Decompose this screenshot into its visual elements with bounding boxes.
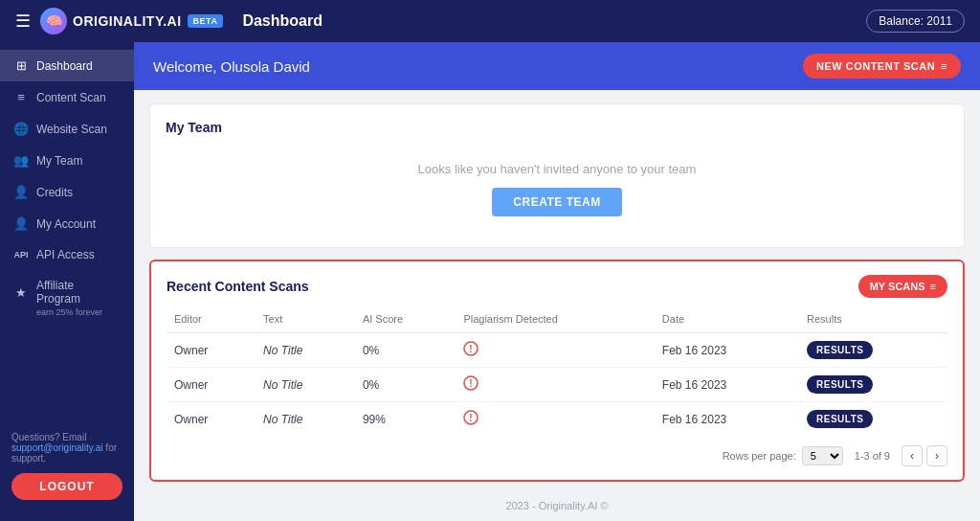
sidebar-item-label: Dashboard: [36, 59, 93, 73]
api-icon: API: [13, 250, 29, 260]
cell-text: No Title: [256, 333, 355, 368]
new-content-scan-button[interactable]: NEW CONTENT SCAN ≡: [803, 54, 961, 79]
website-scan-icon: 🌐: [13, 122, 29, 136]
credits-icon: 👤: [13, 185, 29, 199]
cell-editor: Owner: [167, 402, 256, 437]
cell-ai-score: 99%: [355, 402, 457, 437]
sidebar-item-label: Website Scan: [36, 123, 107, 136]
next-page-button[interactable]: ›: [926, 445, 947, 466]
sidebar-bottom: Questions? Email support@originality.ai …: [0, 422, 134, 513]
warning-icon: !: [463, 377, 479, 394]
my-scans-icon: ≡: [930, 281, 936, 292]
table-row: Owner No Title 0% ! Feb 16 2023 RESULTS: [167, 333, 947, 368]
rows-per-page-select[interactable]: 5 10 25: [802, 446, 843, 465]
beta-badge: BETA: [188, 14, 224, 28]
results-button[interactable]: RESULTS: [807, 410, 873, 428]
cell-results: RESULTS: [799, 368, 947, 402]
cell-plagiarism: !: [456, 368, 654, 402]
scans-card-title: Recent Content Scans: [167, 279, 309, 294]
sidebar-item-my-account[interactable]: 👤 My Account: [0, 208, 134, 239]
hamburger-icon[interactable]: ☰: [15, 11, 31, 32]
content-scan-icon: ≡: [13, 90, 29, 104]
star-icon: ★: [13, 285, 29, 300]
content-area: My Team Looks like you haven't invited a…: [134, 90, 980, 490]
scans-card: Recent Content Scans MY SCANS ≡ Editor T…: [149, 260, 965, 482]
rows-per-page-label: Rows per page:: [723, 450, 796, 462]
header-bar: Welcome, Olusola David NEW CONTENT SCAN …: [134, 42, 980, 90]
new-scan-icon: ≡: [941, 60, 947, 72]
team-empty-state: Looks like you haven't invited anyone to…: [166, 147, 948, 232]
sidebar-item-credits[interactable]: 👤 Credits: [0, 176, 134, 208]
cell-results: RESULTS: [799, 333, 947, 368]
create-team-button[interactable]: CREATE TEAM: [492, 188, 621, 216]
support-text: Questions? Email support@originality.ai …: [11, 432, 122, 464]
my-account-icon: 👤: [13, 216, 29, 231]
cell-plagiarism: !: [456, 402, 654, 437]
sidebar-item-label: Credits: [36, 186, 73, 199]
cell-date: Feb 16 2023: [655, 402, 799, 437]
svg-text:!: !: [470, 344, 473, 354]
footer-text: 2023 - Originality.AI ©: [506, 500, 609, 511]
scans-header: Recent Content Scans MY SCANS ≡: [167, 275, 947, 298]
results-button[interactable]: RESULTS: [807, 375, 873, 394]
page-info: 1-3 of 9: [855, 450, 890, 462]
sidebar-item-label: API Access: [36, 248, 95, 261]
sidebar-item-content-scan[interactable]: ≡ Content Scan: [0, 81, 134, 113]
team-card-title: My Team: [166, 120, 948, 135]
main-content: Welcome, Olusola David NEW CONTENT SCAN …: [134, 42, 980, 521]
sidebar-item-my-team[interactable]: 👥 My Team: [0, 145, 134, 176]
cell-editor: Owner: [167, 333, 256, 368]
welcome-text: Welcome, Olusola David: [153, 58, 310, 75]
svg-text:!: !: [470, 378, 473, 389]
sidebar-item-label: My Team: [36, 154, 82, 168]
col-plagiarism: Plagiarism Detected: [456, 309, 654, 333]
svg-text:!: !: [470, 413, 473, 423]
top-nav: ☰ 🧠 ORIGINALITY.AI BETA Dashboard Balanc…: [0, 0, 980, 42]
balance-badge: Balance: 2011: [866, 10, 965, 33]
col-results: Results: [799, 309, 947, 333]
cell-editor: Owner: [167, 368, 256, 402]
col-editor: Editor: [167, 309, 256, 333]
page-title: Dashboard: [242, 12, 323, 30]
logo: 🧠 ORIGINALITY.AI BETA: [40, 8, 223, 34]
pagination: Rows per page: 5 10 25 1-3 of 9 ‹ ›: [167, 445, 947, 466]
team-card: My Team Looks like you haven't invited a…: [149, 103, 965, 248]
warning-icon: !: [463, 343, 479, 359]
table-row: Owner No Title 0% ! Feb 16 2023 RESULTS: [167, 368, 947, 402]
sidebar-item-api-access[interactable]: API API Access: [0, 239, 134, 270]
my-team-icon: 👥: [13, 153, 29, 168]
my-scans-button[interactable]: MY SCANS ≡: [858, 275, 947, 298]
logo-brain-icon: 🧠: [40, 8, 67, 34]
cell-text: No Title: [256, 402, 355, 437]
my-scans-label: MY SCANS: [870, 281, 925, 292]
table-row: Owner No Title 99% ! Feb 16 2023 RESULTS: [167, 402, 947, 437]
results-button[interactable]: RESULTS: [807, 341, 873, 359]
warning-icon: !: [463, 412, 479, 428]
sidebar-item-website-scan[interactable]: 🌐 Website Scan: [0, 113, 134, 145]
cell-text: No Title: [256, 368, 355, 402]
col-date: Date: [655, 309, 799, 333]
support-email-link[interactable]: support@originality.ai: [11, 442, 103, 453]
new-scan-label: NEW CONTENT SCAN: [816, 60, 935, 72]
dashboard-icon: ⊞: [13, 58, 29, 73]
rows-per-page: Rows per page: 5 10 25: [723, 446, 843, 465]
cell-plagiarism: !: [456, 333, 654, 368]
sidebar-item-affiliate[interactable]: ★ Affiliate Program earn 25% forever: [0, 270, 134, 326]
cell-date: Feb 16 2023: [655, 368, 799, 402]
cell-ai-score: 0%: [355, 333, 457, 368]
logout-button[interactable]: LOGOUT: [11, 473, 122, 500]
page-nav: ‹ ›: [902, 445, 947, 466]
cell-date: Feb 16 2023: [655, 333, 799, 368]
cell-ai-score: 0%: [355, 368, 457, 402]
sidebar-item-label: Content Scan: [36, 91, 106, 104]
sidebar-item-dashboard[interactable]: ⊞ Dashboard: [0, 50, 134, 81]
prev-page-button[interactable]: ‹: [902, 445, 923, 466]
cell-results: RESULTS: [799, 402, 947, 437]
footer: 2023 - Originality.AI ©: [134, 490, 980, 521]
sidebar-item-label: Affiliate Program: [36, 279, 121, 306]
affiliate-sublabel: earn 25% forever: [36, 307, 102, 317]
logo-text: ORIGINALITY.AI: [73, 13, 182, 29]
sidebar-item-label: My Account: [36, 217, 96, 231]
team-empty-message: Looks like you haven't invited anyone to…: [166, 162, 948, 176]
sidebar: ⊞ Dashboard ≡ Content Scan 🌐 Website Sca…: [0, 42, 134, 521]
